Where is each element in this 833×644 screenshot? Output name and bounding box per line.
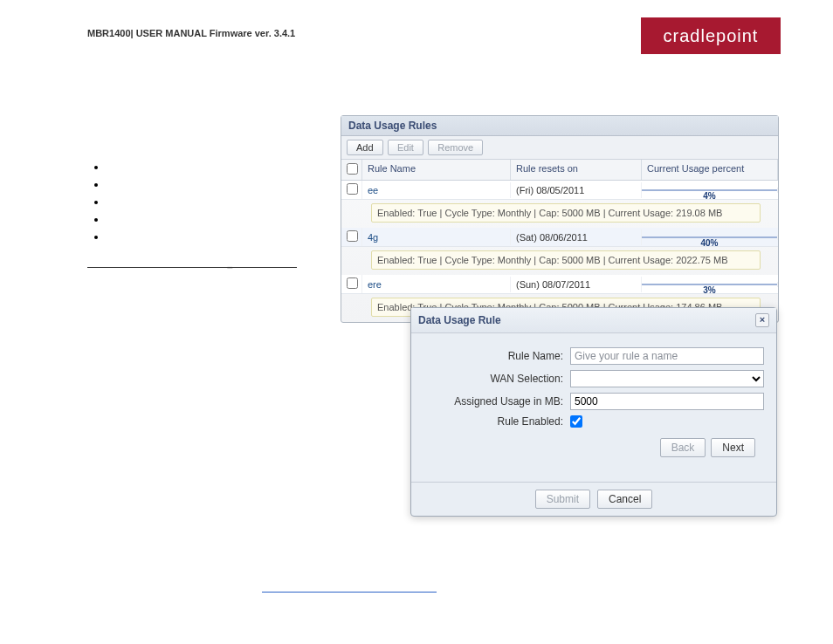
separator-dash: – xyxy=(227,261,233,273)
row-usage-cell: 3% xyxy=(642,282,778,287)
wan-selection-select[interactable] xyxy=(570,370,764,387)
assigned-usage-label: Assigned Usage in MB: xyxy=(423,395,563,408)
row-usage-cell: 40% xyxy=(642,235,778,240)
row-detail: Enabled: True | Cycle Type: Monthly | Ca… xyxy=(371,250,761,270)
assigned-usage-input[interactable] xyxy=(570,393,764,410)
bullet-list xyxy=(107,161,314,243)
header-left-text: MBR1400| USER MANUAL Firmware ver. 3.4.1 xyxy=(87,28,295,38)
row-reset-date: (Sun) 08/07/2011 xyxy=(511,277,642,292)
table-row[interactable]: ere(Sun) 08/07/20113% xyxy=(341,275,778,294)
table-row[interactable]: 4g(Sat) 08/06/201140% xyxy=(341,228,778,247)
rule-enabled-label: Rule Enabled: xyxy=(423,415,563,428)
row-checkbox[interactable] xyxy=(347,230,358,242)
add-button[interactable]: Add xyxy=(347,140,383,155)
row-checkbox[interactable] xyxy=(347,183,358,195)
list-item xyxy=(107,195,314,208)
cancel-button[interactable]: Cancel xyxy=(597,490,652,509)
brand-badge: cradlepoint xyxy=(641,17,781,54)
row-usage-cell: 4% xyxy=(642,188,778,193)
data-usage-rules-panel: Data Usage Rules Add Edit Remove Rule Na… xyxy=(341,115,779,323)
subsection-separator xyxy=(87,267,297,268)
submit-button[interactable]: Submit xyxy=(535,490,590,509)
wan-selection-label: WAN Selection: xyxy=(423,373,563,385)
dialog-nav-row: Back Next xyxy=(423,433,764,462)
close-icon[interactable]: × xyxy=(755,313,769,327)
header-usage: Current Usage percent xyxy=(642,160,778,180)
usage-bar: 3% xyxy=(642,284,777,285)
row-reset-date: (Sat) 08/06/2011 xyxy=(511,230,642,245)
footer-underline xyxy=(262,592,437,593)
document-header: MBR1400| USER MANUAL Firmware ver. 3.4.1… xyxy=(0,17,833,61)
remove-button[interactable]: Remove xyxy=(428,140,483,155)
row-checkbox[interactable] xyxy=(347,277,358,289)
row-reset-date: (Fri) 08/05/2011 xyxy=(511,182,642,198)
dialog-body: Rule Name: WAN Selection: Assigned Usage… xyxy=(411,333,776,482)
row-rule-name: ee xyxy=(362,182,511,198)
row-rule-name: ere xyxy=(362,277,511,292)
dialog-title-text: Data Usage Rule xyxy=(418,314,501,326)
panel-title: Data Usage Rules xyxy=(341,116,778,136)
list-item xyxy=(107,178,314,190)
table-row[interactable]: ee(Fri) 08/05/20114% xyxy=(341,181,778,200)
dialog-footer: Submit Cancel xyxy=(411,482,776,516)
header-reset: Rule resets on xyxy=(511,160,642,180)
rule-name-label: Rule Name: xyxy=(423,350,563,362)
usage-bar: 40% xyxy=(642,236,777,238)
header-rule-name: Rule Name xyxy=(362,160,511,180)
left-column: x x – xyxy=(87,122,314,273)
back-button[interactable]: Back xyxy=(660,438,706,457)
list-item xyxy=(107,213,314,225)
grid-body: ee(Fri) 08/05/20114%Enabled: True | Cycl… xyxy=(341,181,778,317)
select-all-checkbox[interactable] xyxy=(347,163,358,175)
dialog-title-bar: Data Usage Rule × xyxy=(411,308,776,333)
edit-button[interactable]: Edit xyxy=(388,140,423,155)
row-detail: Enabled: True | Cycle Type: Monthly | Ca… xyxy=(371,203,761,223)
rule-name-input[interactable] xyxy=(570,347,764,365)
usage-bar: 4% xyxy=(642,189,777,191)
row-rule-name: 4g xyxy=(362,230,511,245)
rule-enabled-checkbox[interactable] xyxy=(570,415,582,428)
data-usage-rule-dialog: Data Usage Rule × Rule Name: WAN Selecti… xyxy=(410,307,777,517)
list-item xyxy=(107,161,314,173)
list-item xyxy=(107,230,314,243)
next-button[interactable]: Next xyxy=(711,438,755,457)
panel-toolbar: Add Edit Remove xyxy=(341,136,778,160)
header-checkbox-col xyxy=(341,160,362,180)
grid-header: Rule Name Rule resets on Current Usage p… xyxy=(341,160,778,181)
